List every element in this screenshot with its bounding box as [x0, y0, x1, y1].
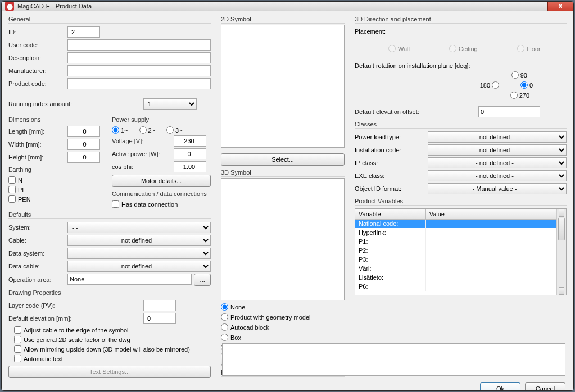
phase-2-radio[interactable]: 2~ [139, 126, 156, 134]
classes-group-label: Classes [355, 121, 567, 129]
earthing-pe-chk[interactable] [8, 186, 16, 193]
id-label: ID: [8, 29, 67, 35]
description-label: Description: [8, 54, 67, 61]
running-index-select[interactable]: 1 [143, 98, 197, 110]
usercode-input[interactable] [67, 39, 211, 51]
table-row[interactable]: P6: [355, 282, 556, 291]
default-elev-input[interactable] [143, 313, 176, 324]
pv-scrollbar[interactable] [556, 209, 566, 295]
default-elev-label: Default elevation [mm]: [8, 315, 143, 322]
ok-button[interactable]: Ok [480, 382, 520, 391]
has-data-conn-chk[interactable] [112, 200, 119, 208]
close-button[interactable]: X [547, 1, 573, 12]
sym3d-box-label: Box [230, 334, 241, 341]
datacable-label: Data cable: [8, 263, 67, 270]
sym3d-none-label: None [230, 304, 245, 311]
motor-details-button[interactable]: Motor details... [112, 175, 211, 187]
table-row[interactable]: P3: [355, 255, 556, 264]
sym3d-box-radio[interactable] [221, 334, 228, 341]
table-row[interactable]: Lisätieto: [355, 273, 556, 282]
height-input[interactable] [67, 152, 100, 163]
allow-mirror-label: Allow mirroring upside down (3D model wi… [24, 346, 190, 353]
cancel-button[interactable]: Cancel [525, 382, 565, 391]
rot-270-radio[interactable] [510, 92, 518, 99]
productcode-label: Product code: [8, 80, 67, 87]
dir3d-group-label: 3D Direction and placement [355, 16, 567, 24]
drawing-group-label: Drawing Properties [8, 289, 211, 297]
power-load-select[interactable]: - not defined - [428, 131, 567, 143]
sym3d-geom-radio[interactable] [221, 313, 228, 321]
earthing-n-label: N [18, 177, 22, 184]
table-row[interactable]: Hyperlink: [355, 228, 556, 237]
adjust-cable-chk[interactable] [14, 326, 21, 334]
install-code-label: Installation code: [355, 147, 428, 153]
table-row[interactable]: Väri: [355, 264, 556, 273]
datacable-select[interactable]: - not defined - [67, 261, 211, 272]
length-label: Length [mm]: [8, 128, 67, 135]
layer-code-input[interactable] [143, 300, 176, 311]
width-input[interactable] [67, 139, 100, 150]
length-input[interactable] [67, 126, 100, 137]
datasystem-select[interactable]: - - [67, 248, 211, 259]
placement-wall-radio[interactable]: Wall [388, 45, 410, 52]
rot-180-radio[interactable] [492, 81, 499, 89]
defaults-group-label: Defaults [8, 211, 211, 219]
text-settings-button[interactable]: Text Settings... [8, 366, 211, 378]
sym3d-none-radio[interactable] [221, 303, 228, 311]
cable-select[interactable]: - not defined - [67, 235, 211, 246]
earthing-n-chk[interactable] [8, 176, 16, 184]
oparea-input[interactable] [67, 274, 192, 285]
titlebar: ⬤ MagiCAD-E - Product Data X [2, 2, 573, 11]
comm-group-label: Communication / data connections [112, 190, 211, 198]
power-load-label: Power load type: [355, 134, 428, 140]
placement-floor-radio[interactable]: Floor [517, 45, 541, 52]
adjust-cable-label: Adjust cable to the edge of the symbol [24, 327, 129, 334]
oparea-label: Operation area: [8, 276, 67, 283]
product-variables-group-label: Product Variables [355, 198, 567, 206]
table-row[interactable]: National code: [355, 219, 556, 228]
install-code-select[interactable]: - not defined - [428, 144, 567, 156]
app-icon: ⬤ [5, 2, 14, 11]
cosphi-input[interactable] [174, 161, 206, 172]
general-2d-scale-chk[interactable] [14, 336, 21, 343]
system-select[interactable]: - - [67, 222, 211, 233]
symbol-2d-select-button[interactable]: Select... [221, 153, 345, 166]
phase-1-radio[interactable]: 1~ [112, 126, 128, 134]
active-power-label: Active power [W]: [112, 151, 174, 157]
product-variables-table[interactable]: Variable Value National code: Hyperlink:… [355, 208, 567, 295]
table-row[interactable]: P1: [355, 237, 556, 246]
product-note-textarea[interactable] [222, 343, 565, 376]
table-row[interactable]: P2: [355, 246, 556, 255]
placement-label: Placement: [355, 28, 567, 35]
dimensions-group-label: Dimensions [8, 116, 104, 124]
cable-label: Cable: [8, 237, 67, 244]
elev-offset-input[interactable] [478, 106, 540, 117]
rot-90-radio[interactable] [511, 71, 519, 79]
usercode-label: User code: [8, 42, 67, 48]
objid-format-select[interactable]: - Manual value - [428, 183, 567, 194]
manufacturer-input[interactable] [67, 65, 211, 76]
description-input[interactable] [67, 52, 211, 63]
ip-class-select[interactable]: - not defined - [428, 157, 567, 168]
id-input[interactable] [67, 26, 100, 38]
active-power-input[interactable] [174, 148, 206, 159]
running-index-label: Running index amount: [8, 101, 143, 107]
placement-ceiling-radio[interactable]: Ceiling [449, 45, 478, 52]
pv-col-variable[interactable]: Variable [355, 209, 425, 219]
exe-class-select[interactable]: - not defined - [428, 170, 567, 181]
voltage-input[interactable] [174, 135, 206, 147]
voltage-label: Voltage [V]: [112, 138, 174, 144]
allow-mirror-chk[interactable] [14, 345, 21, 353]
rot-0-radio[interactable] [520, 81, 528, 89]
phase-3-radio[interactable]: 3~ [166, 126, 183, 134]
earthing-pen-chk[interactable] [8, 195, 16, 203]
window-title: MagiCAD-E - Product Data [17, 3, 92, 10]
pv-col-value[interactable]: Value [425, 209, 556, 219]
productcode-input[interactable] [67, 78, 211, 89]
sym3d-acad-radio[interactable] [221, 323, 228, 331]
automatic-text-chk[interactable] [14, 355, 21, 362]
exe-class-label: EXE class: [355, 172, 428, 179]
oparea-browse-button[interactable]: ... [194, 274, 211, 286]
datasystem-label: Data system: [8, 250, 67, 257]
general-2d-scale-label: Use general 2D scale factor of the dwg [24, 336, 130, 343]
